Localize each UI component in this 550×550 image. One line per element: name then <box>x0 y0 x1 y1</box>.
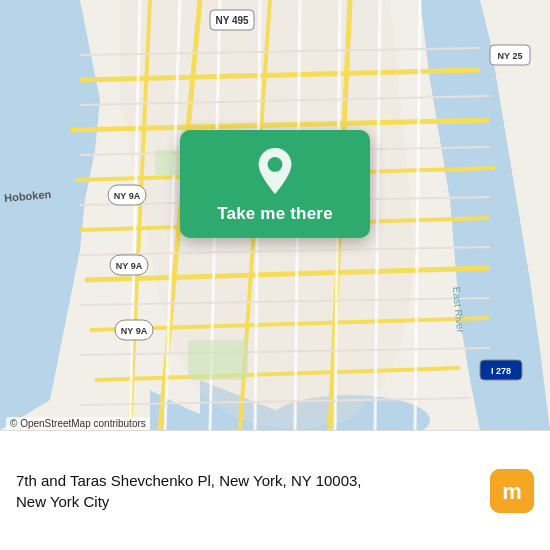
location-pin-icon <box>252 148 298 194</box>
svg-text:NY 25: NY 25 <box>498 51 523 61</box>
svg-rect-43 <box>188 340 248 380</box>
svg-text:I 278: I 278 <box>491 366 511 376</box>
address-info: 7th and Taras Shevchenko Pl, New York, N… <box>16 470 478 512</box>
address-line1: 7th and Taras Shevchenko Pl, New York, N… <box>16 470 478 491</box>
svg-text:NY 495: NY 495 <box>215 15 249 26</box>
svg-point-45 <box>268 157 283 172</box>
svg-text:NY 9A: NY 9A <box>114 191 141 201</box>
svg-text:NY 9A: NY 9A <box>121 326 148 336</box>
take-me-card[interactable]: Take me there <box>180 130 370 238</box>
map-container: NY 495 NY 9A NY 9A NY 9A NY 25 I 278 Hob… <box>0 0 550 550</box>
info-panel: 7th and Taras Shevchenko Pl, New York, N… <box>0 430 550 550</box>
svg-text:m: m <box>502 479 522 504</box>
address-line2: New York City <box>16 491 478 512</box>
moovit-icon: m <box>490 469 534 513</box>
take-me-label: Take me there <box>217 204 333 224</box>
svg-text:NY 9A: NY 9A <box>116 261 143 271</box>
moovit-logo: m <box>490 469 534 513</box>
map-attribution: © OpenStreetMap contributors <box>6 417 150 430</box>
